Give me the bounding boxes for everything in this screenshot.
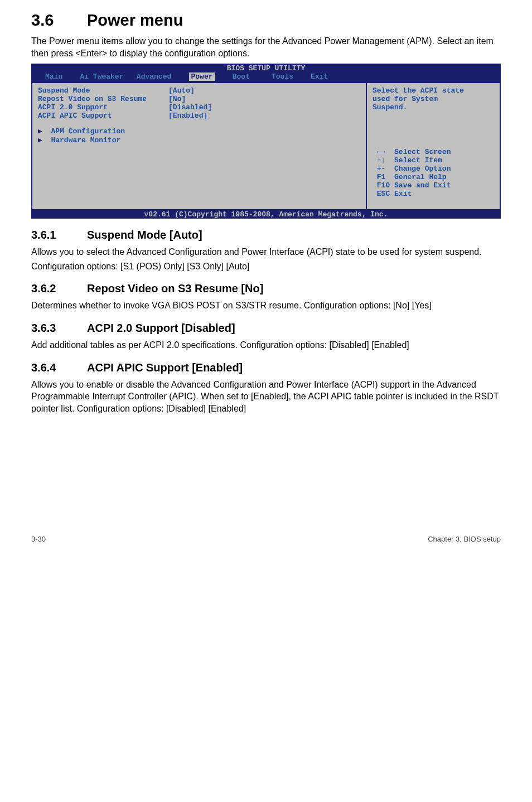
bios-opt-label: Suspend Mode <box>38 86 90 95</box>
spacer <box>38 144 360 206</box>
bios-opt-value: [Auto] <box>168 86 195 95</box>
spacer <box>38 120 360 127</box>
bios-submenu-label: Hardware Monitor <box>51 136 120 144</box>
bios-menu-power-selected: Power <box>189 73 215 81</box>
section-heading: 3.6.4ACPI APIC Support [Enabled] <box>31 361 501 374</box>
intro-paragraph: The Power menu items allow you to change… <box>31 35 501 59</box>
bios-key-label: F10 <box>377 181 390 190</box>
bios-opt-label: Repost Video on S3 Resume <box>38 95 147 103</box>
bios-key-label: ESC <box>377 190 390 198</box>
bios-opt-label: ACPI APIC Support <box>38 112 112 120</box>
bios-menu-advanced: Advanced <box>137 73 171 81</box>
bios-key-row: ESC Exit <box>373 190 494 198</box>
bios-footer: v02.61 (C)Copyright 1985-2008, American … <box>32 210 500 219</box>
page-footer: 3-30 Chapter 3: BIOS setup <box>31 532 501 543</box>
bios-key-row: ↑↓ Select Item <box>373 156 494 165</box>
bios-key-text: Select Item <box>394 156 442 165</box>
section-heading: 3.6.1Suspend Mode [Auto] <box>31 229 501 241</box>
bios-key-text: Save and Exit <box>394 181 451 190</box>
section-paragraph: Allows you to enable or disable the Adva… <box>31 379 501 415</box>
bios-help-line: Select the ACPI state <box>373 86 494 95</box>
heading-title: Power menu <box>87 11 183 29</box>
bios-menu-main: Main <box>45 73 62 81</box>
section-paragraph: Add additional tables as per ACPI 2.0 sp… <box>31 339 501 351</box>
bios-opt-value: [No] <box>168 95 186 103</box>
bios-key-row: F1 General Help <box>373 173 494 181</box>
section-number: 3.6.2 <box>31 282 87 295</box>
bios-key-text: Exit <box>394 190 412 198</box>
bios-key-text: Change Option <box>390 165 451 173</box>
section-paragraph: Allows you to select the Advanced Config… <box>31 246 501 258</box>
section-title: Repost Video on S3 Resume [No] <box>87 282 263 294</box>
section-number: 3.6.1 <box>31 229 87 241</box>
bios-opt-value: [Enabled] <box>168 112 207 120</box>
heading-number: 3.6 <box>31 11 87 30</box>
arrows-lr-icon: ←→ <box>377 148 386 156</box>
bios-submenu-label: APM Configuration <box>51 127 125 136</box>
bios-menu-bar: Main Ai Tweaker Advanced Power Boot Tool… <box>32 73 500 83</box>
bios-submenu-row: ▶ Hardware Monitor <box>38 136 360 144</box>
bios-key-text: Select Screen <box>394 148 451 156</box>
bios-opt-label: ACPI 2.0 Support <box>38 103 108 112</box>
bios-help-line: used for System <box>373 95 494 103</box>
section-heading: 3.6.3ACPI 2.0 Support [Disabled] <box>31 322 501 335</box>
bios-key-label: F1 <box>377 173 386 181</box>
triangle-right-icon: ▶ <box>38 127 42 136</box>
section-title: Suspend Mode [Auto] <box>87 229 202 241</box>
bios-option-row: Suspend Mode [Auto] <box>38 86 360 95</box>
page-number: 3-30 <box>31 535 46 543</box>
bios-option-row: Repost Video on S3 Resume [No] <box>38 95 360 103</box>
bios-menu-tweaker: Ai Tweaker <box>80 73 123 81</box>
bios-key-row: +- Change Option <box>373 165 494 173</box>
page-heading: 3.6Power menu <box>31 11 501 30</box>
section-paragraph: Configuration options: [S1 (POS) Only] [… <box>31 260 501 273</box>
section-number: 3.6.4 <box>31 361 87 374</box>
bios-key-text: General Help <box>390 173 446 181</box>
bios-right-panel: Select the ACPI state used for System Su… <box>366 83 500 210</box>
section-number: 3.6.3 <box>31 322 87 335</box>
chapter-label: Chapter 3: BIOS setup <box>428 535 501 543</box>
bios-option-row: ACPI 2.0 Support [Disabled] <box>38 103 360 112</box>
section-title: ACPI APIC Support [Enabled] <box>87 361 243 374</box>
arrows-ud-icon: ↑↓ <box>377 156 386 165</box>
bios-key-label: +- <box>377 165 386 173</box>
triangle-right-icon: ▶ <box>38 136 42 144</box>
bios-menu-exit: Exit <box>311 73 328 81</box>
bios-submenu-row: ▶ APM Configuration <box>38 127 360 136</box>
bios-help-line: Suspend. <box>373 103 494 112</box>
bios-opt-value: [Disabled] <box>168 103 212 112</box>
bios-option-row: ACPI APIC Support [Enabled] <box>38 112 360 120</box>
bios-key-row: ←→ Select Screen <box>373 148 494 156</box>
bios-screenshot: BIOS SETUP UTILITY Main Ai Tweaker Advan… <box>31 64 501 219</box>
spacer <box>373 112 494 148</box>
section-paragraph: Determines whether to invoke VGA BIOS PO… <box>31 299 501 312</box>
bios-menu-tools: Tools <box>272 73 293 81</box>
bios-key-row: F10 Save and Exit <box>373 181 494 190</box>
section-heading: 3.6.2Repost Video on S3 Resume [No] <box>31 282 501 295</box>
section-title: ACPI 2.0 Support [Disabled] <box>87 322 235 334</box>
bios-left-panel: Suspend Mode [Auto] Repost Video on S3 R… <box>32 83 366 210</box>
bios-title: BIOS SETUP UTILITY <box>32 64 500 73</box>
bios-menu-boot: Boot <box>233 73 250 81</box>
